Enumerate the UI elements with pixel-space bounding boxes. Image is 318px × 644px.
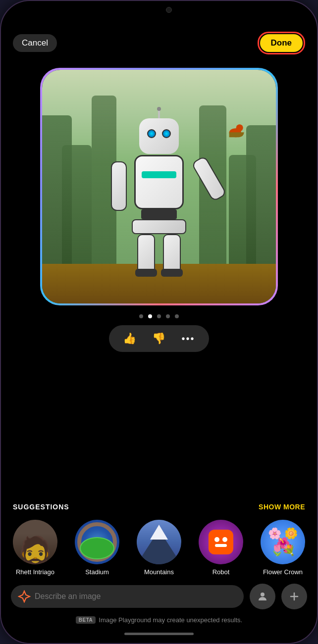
status-bar: [1, 1, 317, 28]
done-button[interactable]: Done: [260, 34, 303, 52]
robot-torso: [134, 155, 184, 209]
mountain-snow: [150, 525, 168, 540]
generated-image: [42, 70, 276, 303]
camera-dot: [166, 7, 172, 13]
robot-chest-strip: [142, 171, 176, 178]
bird-head: [236, 124, 243, 131]
input-wrapper: [11, 585, 244, 608]
flower-arrangement: 🌸 🌼 🌺 🌷 💐: [265, 525, 300, 559]
suggestion-label-rhett: Rhett Intriago: [16, 568, 54, 576]
robot-waist: [141, 209, 177, 219]
suggestion-avatar-flower-crown: 🌸 🌼 🌺 🌷 💐: [261, 520, 305, 564]
beta-notice: BETA Image Playground may create unexpec…: [1, 614, 317, 629]
suggestions-section: SUGGESTIONS SHOW MORE 🧔 Rhett Intriago: [1, 503, 317, 576]
mini-robot-eye-right: [222, 537, 227, 542]
done-button-wrapper: Done: [258, 32, 306, 54]
robot-arm-left: [111, 161, 127, 211]
dot-3[interactable]: [157, 314, 161, 318]
suggestion-label-mountains: Mountains: [144, 568, 174, 576]
suggestion-avatar-robot: [199, 520, 243, 564]
suggestion-item-rhett[interactable]: 🧔 Rhett Intriago: [13, 520, 57, 576]
robot-leg-right: [163, 234, 181, 274]
image-container: 👍 👎 •••: [1, 58, 317, 503]
generated-image-frame: [40, 68, 278, 305]
mini-robot-face: [209, 530, 233, 554]
suggestion-label-stadium: Stadium: [85, 568, 109, 576]
more-options-button[interactable]: •••: [179, 331, 197, 347]
thumbs-up-button[interactable]: 👍: [121, 330, 138, 347]
mini-robot-eyes: [214, 537, 227, 542]
suggestion-item-robot[interactable]: Robot: [199, 520, 243, 576]
show-more-button[interactable]: SHOW MORE: [259, 503, 305, 511]
svg-point-0: [261, 593, 265, 596]
robot-hips: [132, 219, 186, 234]
person-icon: [257, 591, 268, 602]
suggestion-item-stadium[interactable]: Stadium: [75, 520, 119, 576]
flower-5-icon: 💐: [282, 544, 295, 557]
mini-robot-eye-left: [214, 537, 219, 542]
suggestions-title: SUGGESTIONS: [13, 503, 69, 511]
person-avatar-art: 🧔: [13, 520, 57, 564]
robot-leg-left: [137, 234, 155, 274]
home-bar: [124, 633, 194, 635]
top-nav: Cancel Done: [1, 28, 317, 58]
robot-legs: [137, 234, 181, 274]
input-area: [1, 576, 317, 614]
beta-badge: BETA: [76, 616, 96, 624]
dot-2-active[interactable]: [148, 314, 152, 318]
notch: [129, 1, 189, 18]
person-button[interactable]: [250, 584, 275, 609]
suggestion-avatar-rhett: 🧔: [13, 520, 57, 564]
robot-character: [132, 118, 186, 274]
suggestion-avatar-mountains: [137, 520, 181, 564]
person-silhouette-icon: 🧔: [17, 535, 53, 564]
cancel-button[interactable]: Cancel: [13, 34, 57, 52]
suggestion-label-flower-crown: Flower Crown: [263, 568, 303, 576]
suggestions-row: 🧔 Rhett Intriago Stadium: [13, 520, 305, 576]
describe-input[interactable]: [11, 585, 244, 608]
robot-eye-left: [147, 129, 156, 138]
suggestion-avatar-stadium: [75, 520, 119, 564]
dot-4[interactable]: [166, 314, 170, 318]
dot-1[interactable]: [139, 314, 143, 318]
beta-notice-text: Image Playground may create unexpected r…: [99, 616, 242, 624]
suggestion-label-robot: Robot: [212, 568, 230, 576]
phone-frame: Cancel Done: [0, 0, 318, 644]
robot-eye-right: [162, 129, 171, 138]
thumbs-down-button[interactable]: 👎: [150, 330, 167, 347]
rating-bar: 👍 👎 •••: [109, 325, 209, 352]
bird-wing: [229, 132, 244, 137]
stadium-field: [80, 537, 114, 559]
suggestions-header: SUGGESTIONS SHOW MORE: [13, 503, 305, 511]
robot-antenna: [158, 109, 160, 118]
mini-robot-mouth: [215, 544, 227, 547]
dot-5[interactable]: [175, 314, 179, 318]
bird: [229, 128, 241, 137]
add-button[interactable]: [281, 584, 307, 609]
robot-eyes: [147, 129, 171, 138]
bird-body: [229, 128, 241, 137]
ai-spark-icon: [18, 590, 31, 603]
home-indicator: [1, 629, 317, 643]
robot-scene-art: [42, 70, 276, 303]
suggestion-item-mountains[interactable]: Mountains: [137, 520, 181, 576]
screen: Cancel Done: [1, 1, 317, 643]
plus-icon: [288, 591, 300, 602]
suggestion-item-flower-crown[interactable]: 🌸 🌼 🌺 🌷 💐 Flower Crown: [261, 520, 305, 576]
pagination-dots: [139, 314, 179, 318]
robot-head: [139, 118, 179, 154]
